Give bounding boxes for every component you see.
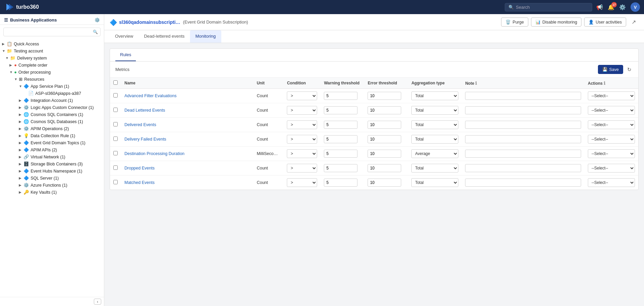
sidebar-item-delivery-system[interactable]: ▼ 📁 Delivery system bbox=[0, 54, 104, 62]
action-select-6[interactable]: --Select--Action 1Action 2 bbox=[588, 178, 635, 187]
sidebar-collapse-button[interactable]: ‹ bbox=[94, 299, 101, 305]
metric-name-link-2[interactable]: Delivered Events bbox=[124, 122, 156, 127]
note-input-1[interactable] bbox=[465, 106, 581, 114]
app-logo[interactable]: turbo360 bbox=[4, 2, 39, 12]
warning-threshold-1[interactable] bbox=[324, 106, 357, 114]
note-input-6[interactable] bbox=[465, 179, 581, 187]
refresh-icon[interactable]: ↻ bbox=[626, 65, 633, 74]
error-threshold-2[interactable] bbox=[368, 121, 401, 129]
metric-name-link-1[interactable]: Dead Lettered Events bbox=[124, 108, 165, 113]
aggregation-select-6[interactable]: TotalAverageMinimumMaximumCount bbox=[411, 178, 458, 187]
warning-threshold-6[interactable] bbox=[324, 179, 357, 187]
warning-threshold-2[interactable] bbox=[324, 121, 357, 129]
warning-threshold-5[interactable] bbox=[324, 164, 357, 172]
megaphone-button[interactable]: 📢 bbox=[596, 4, 603, 10]
condition-select-4[interactable]: >>=<<== bbox=[287, 149, 317, 158]
action-select-5[interactable]: --Select--Action 1Action 2 bbox=[588, 164, 635, 173]
condition-select-6[interactable]: >>=<<== bbox=[287, 178, 317, 187]
user-activities-button[interactable]: 👤 User activities bbox=[584, 17, 626, 27]
settings-button[interactable]: ⚙️ bbox=[619, 4, 626, 10]
action-select-4[interactable]: --Select--Action 1Action 2 bbox=[588, 149, 635, 158]
condition-select-5[interactable]: >>=<<== bbox=[287, 164, 317, 173]
aggregation-select-3[interactable]: TotalAverageMinimumMaximumCount bbox=[411, 135, 458, 144]
action-select-2[interactable]: --Select--Action 1Action 2 bbox=[588, 120, 635, 129]
note-input-2[interactable] bbox=[465, 121, 581, 129]
sidebar-item-testing-account[interactable]: ▼ 📁 Testing account bbox=[0, 47, 104, 54]
condition-select-2[interactable]: >>=<<== bbox=[287, 120, 317, 129]
row-checkbox-4[interactable] bbox=[113, 151, 118, 155]
sidebar-item-order-processing[interactable]: ▼ ● Order processing bbox=[0, 69, 104, 76]
metric-name-link-4[interactable]: Destination Processing Duration bbox=[124, 151, 185, 156]
aggregation-select-2[interactable]: TotalAverageMinimumMaximumCount bbox=[411, 120, 458, 129]
metric-name-link-6[interactable]: Matched Events bbox=[124, 180, 155, 185]
error-threshold-4[interactable] bbox=[368, 150, 401, 158]
aggregation-select-0[interactable]: TotalAverageMinimumMaximumCount bbox=[411, 91, 458, 100]
sidebar-item-asp[interactable]: 📄 ASP-sl360Apiapps-a387 bbox=[0, 90, 104, 97]
sidebar-item-resources[interactable]: ▼ ⊞ Resources bbox=[0, 76, 104, 83]
note-input-0[interactable] bbox=[465, 92, 581, 100]
metric-name-link-3[interactable]: Delivery Failed Events bbox=[124, 137, 166, 142]
tab-dead-lettered[interactable]: Dead-lettered events bbox=[139, 30, 190, 43]
error-threshold-1[interactable] bbox=[368, 106, 401, 114]
sidebar-item-virtual-network[interactable]: ▶ 🔗 Virtual Network (1) bbox=[0, 153, 104, 160]
tab-monitoring[interactable]: Monitoring bbox=[190, 30, 221, 43]
user-avatar[interactable]: V bbox=[631, 2, 640, 12]
sidebar-item-cosmos-sql-containers[interactable]: ▶ 🌐 Cosmos SQL Containers (1) bbox=[0, 111, 104, 118]
error-threshold-0[interactable] bbox=[368, 92, 401, 100]
sidebar-item-logic-apps-connector[interactable]: ▶ ⚙️ Logic Apps Custom Connector (1) bbox=[0, 104, 104, 111]
sidebar-item-apim-apis[interactable]: ▶ 🔷 APIM APIs (2) bbox=[0, 146, 104, 153]
sidebar-item-complete-order[interactable]: ▶ ● Complete order bbox=[0, 62, 104, 69]
sidebar-item-app-service-plan[interactable]: ▼ 🔷 App Service Plan (1) bbox=[0, 83, 104, 90]
aggregation-select-4[interactable]: TotalAverageMinimumMaximumCount bbox=[411, 149, 458, 158]
sidebar-item-sql-server[interactable]: ▶ 🔷 SQL Server (1) bbox=[0, 175, 104, 182]
error-threshold-5[interactable] bbox=[368, 164, 401, 172]
note-input-5[interactable] bbox=[465, 164, 581, 172]
sidebar-item-data-collection-rule[interactable]: ▶ 💡 Data Collection Rule (1) bbox=[0, 132, 104, 139]
row-checkbox-5[interactable] bbox=[113, 165, 118, 170]
warning-threshold-3[interactable] bbox=[324, 135, 357, 143]
sidebar-item-quick-access[interactable]: ▶ 📋 Quick Access bbox=[0, 40, 104, 47]
save-button[interactable]: 💾 Save bbox=[598, 65, 623, 74]
search-input[interactable] bbox=[516, 5, 589, 10]
metric-name-link-5[interactable]: Dropped Events bbox=[124, 166, 155, 170]
rules-tab[interactable]: Rules bbox=[115, 49, 136, 61]
warning-threshold-0[interactable] bbox=[324, 92, 357, 100]
sidebar-item-integration-account[interactable]: ▶ 🔷 Integration Account (1) bbox=[0, 97, 104, 104]
condition-select-3[interactable]: >>=<<== bbox=[287, 135, 317, 144]
sidebar-item-event-grid-domain-topics[interactable]: ▶ 🔷 Event Grid Domain Topics (1) bbox=[0, 139, 104, 146]
sidebar-item-azure-functions[interactable]: ▶ ⚙️ Azure Functions (1) bbox=[0, 182, 104, 189]
sidebar-item-cosmos-sql-databases[interactable]: ▶ 🌐 Cosmos SQL Databases (1) bbox=[0, 118, 104, 125]
select-all-checkbox[interactable] bbox=[113, 80, 118, 85]
sidebar-item-apim-operations[interactable]: ▶ ⚙️ APIM Operations (2) bbox=[0, 125, 104, 132]
sidebar-item-event-hubs-namespace[interactable]: ▶ 🔷 Event Hubs Namespace (1) bbox=[0, 167, 104, 175]
metric-name-link-0[interactable]: Advanced Filter Evaluations bbox=[124, 93, 177, 98]
disable-monitoring-button[interactable]: 📊 Disable monitoring bbox=[531, 17, 582, 27]
aggregation-select-1[interactable]: TotalAverageMinimumMaximumCount bbox=[411, 106, 458, 115]
notifications-button[interactable]: 🔔 17 bbox=[608, 4, 614, 10]
row-checkbox-1[interactable] bbox=[113, 108, 118, 112]
aggregation-select-5[interactable]: TotalAverageMinimumMaximumCount bbox=[411, 164, 458, 173]
sidebar-settings-icon[interactable]: ⚙️ bbox=[94, 17, 100, 23]
note-input-4[interactable] bbox=[465, 150, 581, 158]
sidebar-item-storage-blob-containers[interactable]: ▶ 🗄️ Storage Blob Containers (3) bbox=[0, 160, 104, 167]
error-threshold-6[interactable] bbox=[368, 179, 401, 187]
note-info-icon[interactable]: ℹ bbox=[475, 81, 477, 86]
row-checkbox-2[interactable] bbox=[113, 122, 118, 126]
action-select-0[interactable]: --Select--Action 1Action 2 bbox=[588, 91, 635, 100]
purge-button[interactable]: 🗑️ Purge bbox=[501, 17, 528, 27]
error-threshold-3[interactable] bbox=[368, 135, 401, 143]
action-select-1[interactable]: --Select--Action 1Action 2 bbox=[588, 106, 635, 115]
condition-select-0[interactable]: >>=<<== bbox=[287, 91, 317, 100]
warning-threshold-4[interactable] bbox=[324, 150, 357, 158]
sidebar-search-input[interactable] bbox=[3, 28, 101, 36]
action-select-3[interactable]: --Select--Action 1Action 2 bbox=[588, 135, 635, 144]
tab-overview[interactable]: Overview bbox=[110, 30, 139, 43]
row-checkbox-6[interactable] bbox=[113, 180, 118, 184]
row-checkbox-0[interactable] bbox=[113, 93, 118, 98]
search-bar[interactable]: 🔍 bbox=[505, 3, 592, 11]
note-input-3[interactable] bbox=[465, 135, 581, 143]
row-checkbox-3[interactable] bbox=[113, 137, 118, 141]
condition-select-1[interactable]: >>=<<== bbox=[287, 106, 317, 115]
sidebar-item-key-vaults[interactable]: ▶ 🔑 Key Vaults (1) bbox=[0, 189, 104, 196]
close-button[interactable]: ↗ bbox=[629, 17, 639, 27]
